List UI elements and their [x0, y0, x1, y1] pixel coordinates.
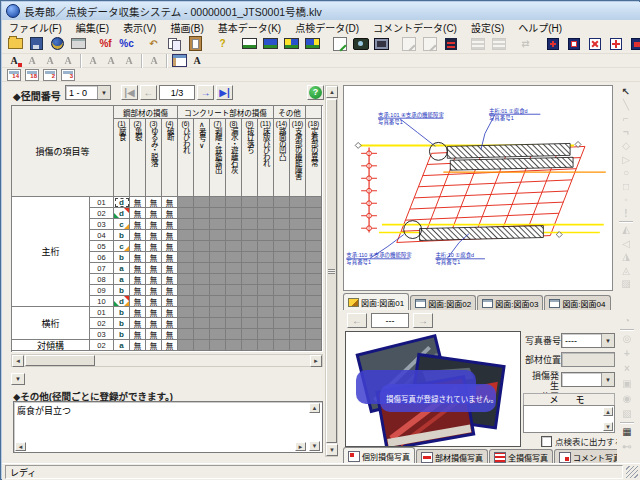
drawing-tab-3[interactable]: 図面:図面03: [477, 295, 543, 310]
mark-plus-icon[interactable]: [605, 34, 626, 53]
view-mode-4-icon[interactable]: [302, 34, 323, 53]
chevron-down-icon[interactable]: ▼: [97, 86, 110, 99]
cell-editor-dropdown[interactable]: ▼: [11, 373, 25, 385]
polygon-tool-icon[interactable]: ◇: [617, 139, 636, 153]
resize-grip[interactable]: [626, 466, 638, 478]
database-icon[interactable]: [47, 34, 68, 53]
drawing-canvas[interactable]: 支承:101 ④支承の機能障害 写真番号1 主桁:01 ①腐食d 写真番号1 主…: [343, 85, 613, 291]
last-record-button[interactable]: ▶|: [216, 85, 233, 100]
percent-c-icon[interactable]: %c: [116, 34, 137, 53]
font-size-2-icon[interactable]: A: [102, 54, 120, 68]
chevron-down-icon[interactable]: ▼: [601, 373, 614, 386]
span-number-select[interactable]: 1 - 0 ▼: [65, 85, 111, 100]
damage-cell[interactable]: b: [114, 285, 130, 296]
rotate-tool-icon[interactable]: ◬: [617, 264, 636, 278]
damage-cell[interactable]: 無: [146, 329, 162, 340]
damage-cell[interactable]: 無: [146, 241, 162, 252]
damage-cell[interactable]: 無: [162, 219, 178, 230]
photo-add-icon[interactable]: +: [618, 346, 637, 361]
damage-fig-3-icon[interactable]: 2: [41, 68, 59, 82]
photo-copy-icon[interactable]: ▣: [618, 376, 637, 391]
prev-record-button[interactable]: ←: [140, 85, 157, 100]
font-style-3-icon[interactable]: A: [59, 54, 77, 68]
font-rotate-icon[interactable]: A: [145, 54, 163, 68]
print-icon[interactable]: [68, 34, 89, 53]
menu-item[interactable]: ヘルプ(H): [511, 20, 569, 35]
damage-cell[interactable]: 無: [162, 263, 178, 274]
camera-icon[interactable]: [350, 34, 371, 53]
damage-cell[interactable]: d: [114, 296, 130, 307]
title-bar[interactable]: 長寿郎／点検データ収集システム - 00000001_JTS0001号橋.klv: [2, 2, 640, 20]
damage-cell[interactable]: b: [114, 307, 130, 318]
damage-cell[interactable]: 無: [162, 329, 178, 340]
view-mode-1-icon[interactable]: [239, 34, 260, 53]
damage-cell[interactable]: 無: [130, 219, 146, 230]
photo-number-select[interactable]: ---- ▼: [561, 333, 615, 348]
view-mode-2-icon[interactable]: [260, 34, 281, 53]
photo-rotate-icon[interactable]: ◔: [618, 313, 637, 328]
swap-icon[interactable]: ⇄: [515, 34, 536, 53]
damage-cell[interactable]: 無: [162, 296, 178, 307]
prev-photo-button[interactable]: ←: [347, 313, 367, 328]
damage-cell[interactable]: 無: [162, 230, 178, 241]
damage-cell[interactable]: 無: [162, 318, 178, 329]
damage-fig-4-icon[interactable]: 3: [59, 68, 77, 82]
font-size-3-icon[interactable]: A: [120, 54, 138, 68]
damage-cell[interactable]: 無: [130, 329, 146, 340]
damage-cell[interactable]: 無: [130, 241, 146, 252]
ellipse-tool-icon[interactable]: ◦: [617, 193, 636, 207]
damage-cell[interactable]: 無: [146, 197, 162, 208]
font-edit-icon[interactable]: A: [188, 54, 206, 68]
output-checkbox-row[interactable]: 点検表に出力する: [541, 435, 623, 447]
row-append-icon[interactable]: [488, 34, 509, 53]
damage-cell[interactable]: 無: [146, 252, 162, 263]
line-tool-icon[interactable]: ╲: [617, 99, 636, 113]
notes-scroll-up-icon[interactable]: ▲: [309, 403, 320, 413]
damage-cell[interactable]: a: [114, 274, 130, 285]
checkbox-icon[interactable]: [541, 436, 552, 447]
photo-tab-4[interactable]: コメント写真: [554, 449, 626, 464]
menu-item[interactable]: コメントデータ(C): [366, 20, 464, 35]
triangle-tool-icon[interactable]: ▷: [617, 153, 636, 167]
memo-scroll-down-icon[interactable]: ▼: [603, 422, 613, 431]
damage-cell[interactable]: c: [114, 219, 130, 230]
damage-cell[interactable]: 無: [130, 230, 146, 241]
damage-cell[interactable]: 無: [146, 274, 162, 285]
undo-icon[interactable]: ↶: [143, 34, 164, 53]
panel-vscrollbar[interactable]: ▲ ▼: [325, 85, 338, 457]
damage-cell[interactable]: 無: [130, 197, 146, 208]
damage-cell[interactable]: b: [114, 318, 130, 329]
damage-cell[interactable]: 無: [146, 263, 162, 274]
exclaim-tool-icon[interactable]: !: [617, 207, 636, 221]
rect-tool-icon[interactable]: □: [617, 180, 636, 194]
photo-grid-icon[interactable]: ▦: [618, 424, 637, 439]
flip-right-tool-icon[interactable]: ◮: [617, 250, 636, 264]
scroll-up-icon[interactable]: ▲: [326, 86, 338, 98]
notes-scroll-right-icon[interactable]: ►: [295, 442, 306, 451]
percent-f-icon[interactable]: %f: [95, 34, 116, 53]
memo-scroll-up-icon[interactable]: ▲: [603, 407, 613, 416]
photo-cut-icon[interactable]: ▧: [618, 406, 637, 421]
damage-fig-2-icon[interactable]: 18: [23, 68, 41, 82]
damage-cell[interactable]: 無: [130, 274, 146, 285]
damage-cell[interactable]: d: [114, 208, 130, 219]
select-tool-icon[interactable]: ↖: [617, 85, 636, 99]
drawing-tab-1[interactable]: 図面:図面01: [343, 293, 409, 310]
damage-cell[interactable]: 無: [130, 296, 146, 307]
flip-h-tool-icon[interactable]: ◭: [617, 223, 636, 237]
mark-square-icon[interactable]: [563, 34, 584, 53]
scroll-left-icon[interactable]: ◄: [12, 355, 24, 367]
scroll-down-icon[interactable]: ▼: [326, 444, 338, 456]
mark-x-icon[interactable]: [584, 34, 605, 53]
notes-scroll-down-icon[interactable]: ▼: [309, 441, 320, 451]
menu-item[interactable]: 表示(V): [116, 20, 163, 35]
damage-cell[interactable]: 無: [146, 340, 162, 351]
photo-key-icon[interactable]: ⊷: [618, 439, 637, 454]
drawing-tab-4[interactable]: 図面:図面04: [544, 295, 610, 310]
menu-item[interactable]: 基本データ(K): [211, 20, 288, 35]
help-button[interactable]: ?: [307, 85, 324, 100]
damage-cell[interactable]: d: [114, 197, 130, 208]
damage-cell[interactable]: 無: [162, 274, 178, 285]
damage-position-select[interactable]: ▼: [561, 372, 615, 387]
drawing-tab-2[interactable]: 図面:図面02: [410, 295, 476, 310]
